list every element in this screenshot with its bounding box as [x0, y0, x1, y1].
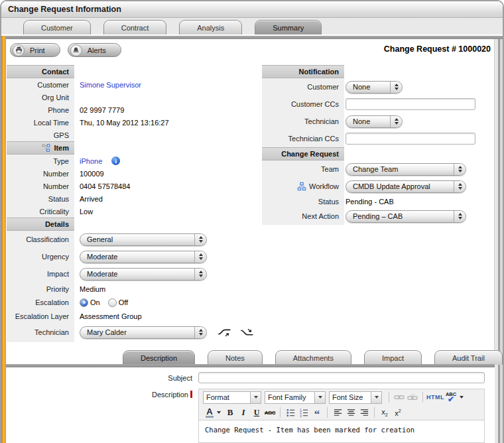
toolbar-separator — [389, 392, 389, 403]
local-time-row: Local Time Thu, 10 May 2012 13:16:27 — [7, 116, 251, 129]
tab-attachments[interactable]: Attachments — [275, 350, 351, 365]
align-left-button[interactable] — [331, 407, 344, 418]
classification-row: Classification General — [7, 231, 251, 248]
dropdown-arrow-icon — [371, 392, 381, 403]
item-info-icon[interactable]: i — [111, 157, 120, 165]
subject-input[interactable] — [198, 372, 485, 383]
tab-notes[interactable]: Notes — [208, 350, 263, 365]
select-arrows-icon — [454, 211, 466, 222]
tab-customer[interactable]: Customer — [23, 20, 91, 34]
tab-summary[interactable]: Summary — [255, 20, 322, 34]
urgency-row: Urgency Moderate — [7, 248, 251, 265]
window-titlebar: Change Request Information — [1, 1, 503, 18]
customer-link[interactable]: Simone Supervisor — [80, 81, 141, 89]
alerts-label: Alerts — [88, 46, 106, 54]
customer-ccs-input[interactable] — [346, 98, 475, 110]
subscript-icon: x2 — [381, 408, 387, 417]
italic-button[interactable]: I — [237, 407, 250, 418]
bold-button[interactable]: B — [223, 407, 237, 418]
select-arrows-icon — [194, 234, 206, 245]
select-arrows-icon — [194, 269, 206, 280]
impact-select[interactable]: Moderate — [80, 268, 207, 281]
blockquote-button[interactable]: “ — [310, 407, 324, 418]
cr-status-label: Status — [262, 198, 344, 206]
format-select[interactable]: Format — [203, 391, 261, 404]
text-color-button[interactable]: A — [203, 407, 216, 418]
spellcheck-checkmark: ✔ — [448, 397, 454, 403]
notify-customer-select[interactable]: None — [346, 81, 403, 94]
workflow-icon[interactable] — [297, 182, 306, 191]
urgency-label: Urgency — [7, 253, 74, 261]
technician-select-value: Mary Calder — [80, 328, 194, 336]
underline-button[interactable]: U — [250, 407, 263, 418]
spellcheck-button[interactable]: ABC ✔ — [444, 391, 458, 403]
escalation-on-radio[interactable] — [80, 298, 88, 307]
print-button[interactable]: Print — [10, 43, 60, 57]
org-unit-label: Org Unit — [7, 94, 74, 101]
technician-select[interactable]: Mary Calder — [80, 326, 207, 339]
team-select[interactable]: Change Team — [346, 163, 466, 176]
notify-customer-label: Customer — [262, 83, 344, 91]
spellcheck-dropdown-caret[interactable] — [460, 396, 464, 399]
font-size-select[interactable]: Font Size — [329, 391, 382, 404]
tab-divider-bar — [6, 36, 503, 39]
font-family-select-value: Font Family — [265, 393, 314, 401]
tab-impact[interactable]: Impact — [364, 350, 422, 365]
customer-row: Customer Simone Supervisor — [7, 78, 251, 91]
strikethrough-button[interactable]: ABC — [263, 407, 277, 418]
escalation-off-radio[interactable] — [108, 298, 117, 307]
description-content[interactable]: Change Request - Item has been marked fo… — [199, 420, 484, 442]
next-action-select-value: Pending – CAB — [346, 212, 454, 220]
tab-audit-trail[interactable]: Audit Trail — [434, 350, 503, 365]
strikethrough-icon: ABC — [265, 410, 275, 416]
italic-icon: I — [241, 407, 245, 418]
escalation-layer-row: Escalation Layer Assessment Group — [7, 310, 251, 322]
phone-value: 02 9997 7779 — [74, 105, 124, 115]
priority-value: Medium — [74, 284, 105, 294]
cr-status-row: Status Pending - CAB — [262, 195, 495, 208]
priority-row: Priority Medium — [7, 283, 251, 295]
escalation-row: Escalation On Off — [7, 295, 251, 310]
remove-link-icon[interactable] — [406, 391, 419, 403]
item-type-link[interactable]: iPhone — [80, 157, 102, 165]
numbered-list-button[interactable]: 123 — [297, 407, 310, 418]
item-number-row: Number 100009 — [7, 167, 251, 180]
align-center-button[interactable] — [344, 407, 357, 418]
tab-description[interactable]: Description — [123, 350, 195, 365]
change-request-section-header: Change Request — [262, 147, 344, 160]
item-number2-row: Number 0404 57578484 — [7, 180, 251, 192]
technician-ccs-input[interactable] — [346, 133, 475, 145]
classification-select[interactable]: General — [80, 233, 207, 246]
insert-link-icon[interactable] — [393, 391, 406, 403]
superscript-button[interactable]: x2 — [391, 407, 405, 418]
format-select-value: Format — [204, 393, 250, 401]
html-source-button[interactable]: HTML — [426, 391, 444, 403]
font-family-select[interactable]: Font Family — [265, 391, 326, 404]
subscript-button[interactable]: x2 — [378, 407, 391, 418]
next-action-select[interactable]: Pending – CAB — [346, 210, 466, 223]
workflow-select[interactable]: CMDB Update Approval — [346, 180, 466, 193]
technician-ccs-label: Technician CCs — [262, 135, 344, 143]
align-right-button[interactable] — [357, 407, 371, 418]
notify-customer-select-value: None — [346, 83, 390, 91]
tab-analysis[interactable]: Analysis — [179, 20, 242, 34]
bullet-list-button[interactable] — [284, 407, 297, 418]
deescalate-icon[interactable] — [240, 328, 255, 338]
impact-row: Impact Moderate — [7, 265, 251, 283]
notification-title: Notification — [299, 68, 340, 76]
urgency-select[interactable]: Moderate — [80, 251, 207, 263]
technician-row: Technician Mary Calder — [7, 322, 251, 342]
alerts-button[interactable]: Alerts — [68, 43, 121, 57]
escalate-icon[interactable] — [218, 328, 232, 338]
alert-bell-icon — [70, 44, 82, 56]
tab-contract[interactable]: Contract — [103, 20, 167, 34]
next-action-row: Next Action Pending – CAB — [262, 208, 495, 225]
details-section-header: Details — [7, 218, 74, 231]
top-tabstrip: Customer Contract Analysis Summary — [1, 18, 503, 34]
notify-technician-select[interactable]: None — [346, 115, 403, 128]
classification-select-value: General — [80, 235, 194, 243]
escalation-on-label: On — [90, 298, 100, 306]
item-title: Item — [54, 144, 69, 152]
text-color-caret[interactable] — [217, 411, 221, 414]
printer-icon — [13, 44, 25, 56]
